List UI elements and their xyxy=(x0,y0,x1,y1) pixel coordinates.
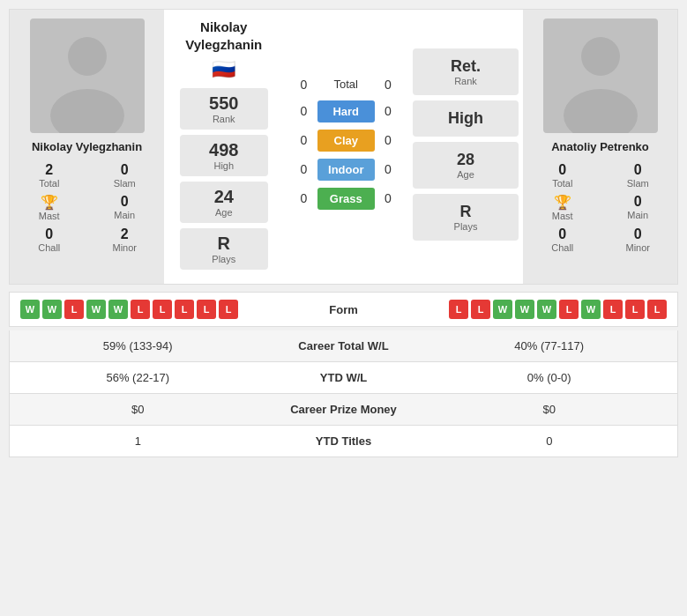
player2-form-badges: LLWWWLWLLL xyxy=(388,300,668,319)
player1-chall-value: 0 xyxy=(45,226,53,242)
p1-indoor-score: 0 xyxy=(291,162,317,176)
player2-card: Anatoliy Petrenko 0 Total 0 Slam 🏆 Mast … xyxy=(523,10,677,284)
player1-high-value: 498 xyxy=(189,140,259,160)
player2-stats-grid: 0 Total 0 Slam 🏆 Mast 0 Main 0 Chall xyxy=(530,162,670,253)
p1-clay-score: 0 xyxy=(291,133,317,147)
player2-rank-label: Rank xyxy=(430,76,501,86)
player2-chall-label: Chall xyxy=(551,242,573,253)
stats-row-left-1: 56% (22-17) xyxy=(20,371,256,384)
player2-name: Anatoliy Petrenko xyxy=(551,140,649,153)
player1-plays-box: R Plays xyxy=(180,228,268,270)
player1-main-value: 0 xyxy=(121,194,129,210)
player2-main-stat: 0 Main xyxy=(606,194,671,221)
player1-total-stat: 2 Total xyxy=(17,162,82,189)
form-badge-p1-l: L xyxy=(175,300,194,319)
stats-row-1: 56% (22-17) YTD W/L 0% (0-0) xyxy=(9,362,678,394)
player1-plays-label: Plays xyxy=(189,254,259,264)
player2-main-value: 0 xyxy=(634,194,642,210)
form-badge-p2-l: L xyxy=(559,300,579,319)
player1-stats-grid: 2 Total 0 Slam 🏆 Mast 0 Main 0 Chall xyxy=(17,162,157,253)
svg-point-0 xyxy=(68,37,107,76)
player2-plays-value: R xyxy=(430,203,501,221)
form-badge-p2-w: W xyxy=(493,300,512,319)
player2-minor-value: 0 xyxy=(634,226,642,242)
player1-age-value: 24 xyxy=(189,187,259,207)
player1-slam-value: 0 xyxy=(121,162,129,178)
total-label: Total xyxy=(317,78,376,91)
player1-slam-label: Slam xyxy=(114,178,136,189)
stats-row-right-0: 40% (77-117) xyxy=(432,339,668,353)
player2-total-value: 0 xyxy=(558,162,566,178)
player1-high-box: 498 High xyxy=(180,135,268,176)
player2-slam-label: Slam xyxy=(627,178,649,189)
form-section: WWLWWLLLLL Form LLWWWLWLLL xyxy=(9,292,678,327)
player1-minor-stat: 2 Minor xyxy=(93,226,158,253)
player1-mast-value: 🏆 xyxy=(41,194,58,211)
stats-row-2: $0 Career Prize Money $0 xyxy=(9,394,678,426)
form-badge-p2-w: W xyxy=(515,300,534,319)
player2-plays-box: R Plays xyxy=(413,194,519,241)
p2-clay-score: 0 xyxy=(375,133,401,147)
stats-row-label-2: Career Prize Money xyxy=(256,403,432,416)
player1-age-box: 24 Age xyxy=(180,182,268,223)
player1-stats-panel: Nikolay Vylegzhanin 🇷🇺 550 Rank 498 High… xyxy=(164,10,284,284)
indoor-row: 0 Indoor 0 xyxy=(291,159,402,181)
player2-slam-value: 0 xyxy=(634,162,642,178)
form-badge-p2-l: L xyxy=(471,300,490,319)
player1-chall-stat: 0 Chall xyxy=(17,226,82,253)
form-badge-p1-l: L xyxy=(219,300,238,319)
grass-badge: Grass xyxy=(317,188,376,210)
player1-form-badges: WWLWWLLLLL xyxy=(20,300,300,319)
stats-row-label-3: YTD Titles xyxy=(256,434,432,448)
p1-hard-score: 0 xyxy=(291,104,317,118)
player2-high-value: High xyxy=(430,109,501,128)
player2-plays-label: Plays xyxy=(430,221,501,232)
form-badge-p2-l: L xyxy=(625,300,645,319)
player2-age-label: Age xyxy=(430,169,501,180)
player1-rank-value: 550 xyxy=(189,93,259,114)
center-comparison: 0 Total 0 0 Hard 0 0 Clay 0 0 Indoor 0 0 xyxy=(284,10,409,284)
hard-row: 0 Hard 0 xyxy=(291,100,402,122)
form-badge-p2-w: W xyxy=(537,300,556,319)
player2-minor-label: Minor xyxy=(625,242,650,253)
main-container: Nikolay Vylegzhanin 2 Total 0 Slam 🏆 Mas… xyxy=(0,0,687,466)
player2-age-box: 28 Age xyxy=(413,142,519,189)
player1-chall-label: Chall xyxy=(38,242,60,253)
player2-rank-box: Ret. Rank xyxy=(413,48,519,95)
stats-row-0: 59% (133-94) Career Total W/L 40% (77-11… xyxy=(9,330,678,362)
p2-total-score: 0 xyxy=(375,78,401,92)
stats-row-right-3: 0 xyxy=(432,434,668,448)
total-row: 0 Total 0 xyxy=(291,78,402,92)
player2-avatar xyxy=(543,19,658,133)
player1-card: Nikolay Vylegzhanin 2 Total 0 Slam 🏆 Mas… xyxy=(10,10,164,284)
stats-row-right-2: $0 xyxy=(432,403,668,416)
form-badge-p1-w: W xyxy=(42,300,62,319)
player1-rank-box: 550 Rank xyxy=(180,88,268,130)
player1-minor-label: Minor xyxy=(112,242,137,253)
svg-point-2 xyxy=(581,37,620,76)
form-badge-p2-w: W xyxy=(581,300,601,319)
player1-panel-title: Nikolay Vylegzhanin xyxy=(168,19,280,53)
form-badge-p2-l: L xyxy=(449,300,468,319)
player1-mast-label: Mast xyxy=(39,211,60,221)
form-badge-p2-l: L xyxy=(647,300,667,319)
form-badge-p1-l: L xyxy=(131,300,150,319)
grass-row: 0 Grass 0 xyxy=(291,188,402,210)
player1-main-stat: 0 Main xyxy=(93,194,158,221)
player2-stats-panel: Ret. Rank High 28 Age R Plays xyxy=(408,10,523,284)
player1-flag: 🇷🇺 xyxy=(212,58,235,81)
player1-total-value: 2 xyxy=(45,162,53,178)
player1-plays-value: R xyxy=(189,234,259,254)
player2-mast-value: 🏆 xyxy=(554,194,571,211)
comparison-top: Nikolay Vylegzhanin 2 Total 0 Slam 🏆 Mas… xyxy=(9,9,678,285)
player2-chall-stat: 0 Chall xyxy=(530,226,595,253)
p1-total-score: 0 xyxy=(291,78,317,92)
stats-row-3: 1 YTD Titles 0 xyxy=(9,426,678,457)
player1-avatar xyxy=(30,19,145,133)
player2-mast-stat: 🏆 Mast xyxy=(530,194,595,221)
player2-high-box: High xyxy=(413,100,519,137)
form-badge-p2-l: L xyxy=(603,300,623,319)
player2-slam-stat: 0 Slam xyxy=(606,162,671,189)
player2-age-value: 28 xyxy=(430,151,501,169)
player2-total-label: Total xyxy=(552,178,572,189)
